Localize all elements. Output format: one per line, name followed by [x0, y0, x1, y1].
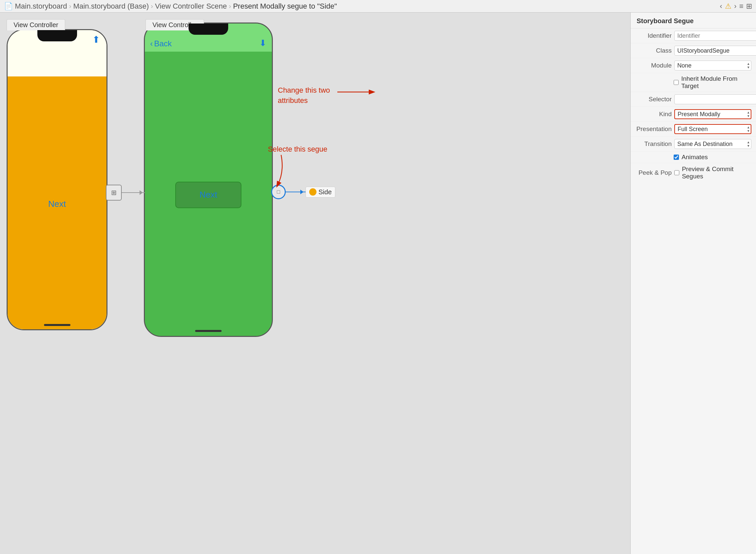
phone-right-body: Next	[145, 52, 272, 337]
kind-label: Kind	[635, 111, 672, 118]
inherit-module-row: Inherit Module From Target	[631, 73, 756, 92]
selector-input[interactable]	[674, 94, 756, 104]
back-arrow-icon[interactable]: ‹	[720, 2, 722, 11]
annotation-select-segue: Selecte this segue	[268, 145, 327, 154]
phone-left: ⬆ Next	[7, 29, 108, 330]
peek-label: Peek & Pop	[635, 169, 672, 176]
identifier-row: Identifier	[631, 29, 756, 43]
side-label-box: Side	[306, 187, 335, 198]
arrow-left-to-right: ⊞	[106, 185, 145, 201]
grid-icon[interactable]: ⊞	[746, 2, 752, 11]
transition-row: Transition Same As Destination ▲▼	[631, 137, 756, 152]
side-icon	[309, 188, 316, 196]
class-input[interactable]	[674, 46, 756, 56]
arrow-line-lr	[122, 192, 145, 193]
peek-pop-row: Peek & Pop Preview & Commit Segues	[631, 163, 756, 182]
breadcrumb-storyboard-icon: 📄	[4, 2, 13, 11]
presentation-select-wrapper: Full Screen ▲▼	[674, 124, 751, 134]
identifier-input[interactable]	[674, 31, 756, 41]
phone-right-notch	[189, 23, 228, 35]
peek-pop-checkbox-label: Preview & Commit Segues	[682, 165, 751, 180]
download-icon[interactable]: ⬇	[259, 38, 266, 48]
kind-select[interactable]: Present Modally	[674, 109, 751, 119]
transition-label: Transition	[635, 140, 672, 148]
breadcrumb-vc-scene[interactable]: View Controller Scene	[155, 2, 227, 11]
module-label: Module	[635, 62, 672, 69]
panel-title: Storyboard Segue	[631, 13, 756, 29]
chevron-left-icon: ‹	[150, 39, 153, 48]
main-layout: View Controller View Controller ⬆ Next	[0, 13, 756, 554]
peek-pop-checkbox[interactable]	[674, 170, 679, 175]
kind-select-wrapper: Present Modally ▲▼	[674, 109, 751, 119]
selector-row: Selector	[631, 92, 756, 107]
presentation-row: Presentation Full Screen ▲▼	[631, 122, 756, 137]
top-bar: 📄 Main.storyboard › Main.storyboard (Bas…	[0, 0, 756, 13]
breadcrumb-main-storyboard[interactable]: Main.storyboard	[15, 2, 67, 11]
breadcrumb-segue[interactable]: Present Modally segue to "Side"	[233, 2, 337, 11]
breadcrumb-sep-3: ›	[229, 2, 231, 10]
next-button-right[interactable]: Next	[175, 182, 241, 208]
class-input-wrapper: ☆ ›	[674, 46, 756, 56]
animates-label: Animates	[682, 154, 708, 161]
class-row: Class ☆ ›	[631, 43, 756, 58]
inherit-module-checkbox[interactable]	[674, 80, 679, 85]
animates-row: Animates	[631, 152, 756, 163]
phone-right-home	[195, 330, 222, 332]
transition-select[interactable]: Same As Destination	[674, 139, 751, 149]
annotation-change-attributes: Change this two attributes	[278, 86, 330, 106]
kind-row: Kind Present Modally ▲▼	[631, 107, 756, 122]
module-row: Module None ▲▼	[631, 58, 756, 73]
vc-left-container: View Controller	[7, 19, 65, 31]
module-select-wrapper: None ▲▼	[674, 61, 751, 70]
vc-left-label: View Controller	[7, 19, 65, 31]
selector-label: Selector	[635, 96, 672, 103]
inherit-module-label: Inherit Module From Target	[681, 75, 751, 90]
segue-box-icon: ⊞	[106, 185, 122, 201]
share-icon[interactable]: ⬆	[92, 34, 100, 45]
module-select[interactable]: None	[674, 61, 751, 70]
list-icon[interactable]: ≡	[739, 2, 743, 11]
phone-right: ‹ Back ⬇ Next	[144, 22, 273, 337]
forward-arrow-icon[interactable]: ›	[734, 2, 737, 11]
breadcrumb-sep-1: ›	[69, 2, 71, 10]
back-button[interactable]: ‹ Back	[150, 39, 172, 48]
annotation-arrow-2	[274, 155, 291, 188]
annotation-arrow-1	[337, 89, 377, 109]
transition-select-wrapper: Same As Destination ▲▼	[674, 139, 751, 149]
presentation-label: Presentation	[635, 125, 672, 133]
phone-left-notch	[38, 30, 77, 41]
right-panel: Storyboard Segue Identifier Class ☆ › Mo…	[630, 13, 756, 554]
warning-icon[interactable]: ⚠	[725, 2, 732, 11]
segue-line	[286, 191, 306, 192]
breadcrumb-main-storyboard-base[interactable]: Main.storyboard (Base)	[73, 2, 149, 11]
phone-left-body: Next	[8, 76, 107, 330]
canvas-area: View Controller View Controller ⬆ Next	[0, 13, 630, 554]
animates-checkbox[interactable]	[674, 155, 679, 160]
toolbar-icons: ‹ ⚠ › ≡ ⊞	[720, 2, 752, 11]
phone-left-home	[44, 324, 70, 326]
presentation-select[interactable]: Full Screen	[674, 124, 751, 134]
breadcrumb-sep-2: ›	[151, 2, 153, 10]
class-label: Class	[635, 47, 672, 54]
next-text-left: Next	[48, 199, 66, 209]
identifier-label: Identifier	[635, 32, 672, 39]
